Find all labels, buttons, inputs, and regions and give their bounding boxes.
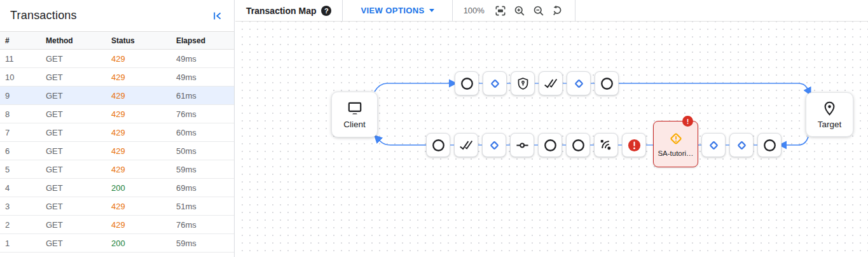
zoom-reset-icon[interactable]	[550, 3, 565, 18]
zoom-level: 100%	[464, 6, 485, 15]
txn-number: 3	[5, 202, 46, 211]
help-icon[interactable]: ?	[321, 6, 331, 16]
table-row[interactable]: 7GET42960ms	[0, 123, 234, 142]
request-flow-node[interactable]	[567, 71, 591, 95]
txn-status-badge: 429	[111, 73, 176, 82]
txn-method: GET	[46, 109, 111, 119]
table-row[interactable]: 4GET20069ms	[0, 179, 234, 197]
col-header-elapsed: Elapsed	[176, 36, 234, 45]
transaction-map-canvas[interactable]: Client Target ! SA-tutori…	[235, 22, 868, 257]
monitor-icon	[347, 100, 363, 116]
response-flow-node[interactable]	[510, 133, 534, 157]
diamond-icon	[707, 139, 720, 152]
col-header-method: Method	[46, 36, 111, 45]
txn-method: GET	[46, 220, 111, 230]
table-row[interactable]: 1GET20059ms	[0, 234, 234, 253]
txn-elapsed: 60ms	[176, 128, 234, 137]
request-edge-client-to-flow	[375, 83, 450, 92]
client-node[interactable]: Client	[331, 92, 378, 137]
table-row[interactable]: 9GET42961ms	[0, 87, 234, 105]
error-badge-icon: !	[682, 116, 693, 127]
circle-icon	[600, 76, 614, 91]
error-policy-node-label: SA-tutori…	[658, 149, 693, 157]
table-row[interactable]: 10GET42949ms	[0, 68, 234, 87]
table-row[interactable]: 6GET42950ms	[0, 142, 234, 160]
response-flow-node[interactable]	[757, 133, 782, 157]
request-edge-flow-to-target	[619, 83, 808, 89]
response-flow-node[interactable]	[622, 133, 646, 157]
collapse-panel-icon[interactable]	[210, 9, 224, 23]
table-row[interactable]: 8GET42976ms	[0, 105, 234, 123]
txn-number: 1	[5, 239, 46, 248]
toolbar-divider	[575, 0, 575, 21]
request-flow-node[interactable]	[595, 71, 619, 95]
diamond-icon	[735, 139, 748, 152]
error-policy-node[interactable]: ! SA-tutori…	[653, 121, 698, 167]
diamond-icon	[572, 77, 586, 90]
circle-icon	[762, 138, 777, 153]
txn-status-badge: 429	[111, 220, 176, 230]
txn-status-badge: 200	[111, 183, 176, 193]
response-flow-node[interactable]	[482, 133, 506, 157]
warning-diamond-icon	[668, 131, 684, 146]
table-row[interactable]: 3GET42951ms	[0, 197, 234, 216]
circle-icon	[543, 138, 558, 153]
txn-method: GET	[46, 91, 111, 101]
request-flow-node[interactable]	[483, 71, 507, 95]
request-flow-node[interactable]	[511, 71, 535, 95]
view-options-button[interactable]: VIEW OPTIONS	[361, 0, 434, 21]
diamond-icon	[488, 139, 501, 152]
request-flow-node[interactable]	[455, 71, 479, 95]
map-toolbar: Transaction Map ? VIEW OPTIONS 100%	[235, 0, 868, 22]
response-flow-node[interactable]	[454, 133, 478, 157]
txn-number: 11	[5, 54, 46, 64]
circle-icon	[460, 76, 474, 91]
txn-method: GET	[46, 146, 111, 156]
transactions-panel: Transactions # Method Status Elapsed 11G…	[0, 0, 235, 257]
txn-method: GET	[46, 202, 111, 211]
transaction-map-panel: Transaction Map ? VIEW OPTIONS 100%	[235, 0, 868, 257]
zoom-in-icon[interactable]	[512, 3, 527, 18]
table-row[interactable]: 2GET42976ms	[0, 216, 234, 234]
txn-elapsed: 59ms	[176, 165, 234, 174]
txn-method: GET	[46, 73, 111, 82]
txn-number: 7	[5, 128, 46, 137]
table-row[interactable]: 11GET42949ms	[0, 50, 234, 68]
response-flow-node[interactable]	[538, 133, 562, 157]
response-edge-target-to-flow	[786, 137, 808, 145]
table-row[interactable]: 5GET42959ms	[0, 160, 234, 179]
txn-elapsed: 76ms	[176, 109, 234, 119]
debug-session-screen: Transactions # Method Status Elapsed 11G…	[0, 0, 868, 257]
response-flow-node[interactable]	[426, 133, 450, 157]
view-options-label: VIEW OPTIONS	[361, 6, 424, 15]
txn-status-badge: 200	[111, 239, 176, 248]
table-header: # Method Status Elapsed	[0, 31, 234, 50]
txn-number: 10	[5, 73, 46, 82]
response-flow-node[interactable]	[729, 133, 754, 157]
txn-status-badge: 429	[111, 109, 176, 119]
txn-elapsed: 59ms	[176, 239, 234, 248]
circle-icon	[431, 138, 446, 153]
response-flow-node[interactable]	[701, 133, 726, 157]
circle-icon	[571, 138, 586, 153]
double-check-icon	[543, 76, 558, 91]
diamond-icon	[488, 77, 502, 90]
chevron-down-icon	[429, 9, 434, 12]
txn-elapsed: 76ms	[176, 220, 234, 230]
fit-screen-icon[interactable]	[493, 3, 508, 18]
target-node[interactable]: Target	[806, 92, 853, 137]
txn-status-badge: 429	[111, 91, 176, 101]
response-flow-node[interactable]	[566, 133, 590, 157]
txn-elapsed: 49ms	[176, 73, 234, 82]
toolbar-divider	[342, 0, 343, 21]
key-icon	[515, 138, 530, 153]
response-edge-flow-to-client	[380, 141, 427, 146]
request-flow-node[interactable]	[539, 71, 563, 95]
response-flow-node[interactable]	[594, 133, 618, 157]
txn-status-badge: 429	[111, 128, 176, 137]
col-header-status: Status	[111, 36, 176, 45]
txn-number: 6	[5, 146, 46, 156]
zoom-out-icon[interactable]	[531, 3, 546, 18]
txn-number: 4	[5, 183, 46, 193]
double-check-icon	[458, 137, 474, 153]
